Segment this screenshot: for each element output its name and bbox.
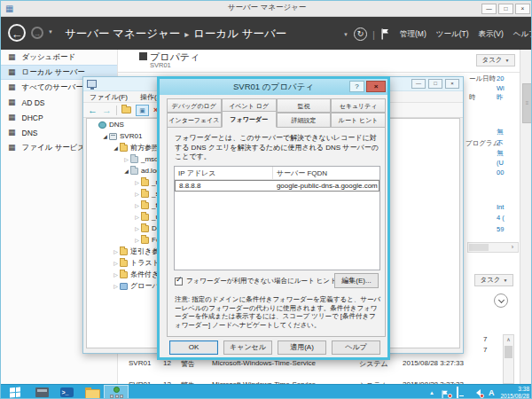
events-collapse-button[interactable] [494,293,508,308]
collapse-icon[interactable]: ◢ [101,133,109,139]
dialog-titlebar: SVR01 のプロパティ ? × [160,79,387,95]
tab-インターフェイス[interactable]: インターフェイス [167,113,222,128]
minimize-button[interactable]: ― [481,4,497,14]
clock-time: 3:38 [518,386,529,392]
window-title: サーバー マネージャー [1,3,532,13]
folder-icon [120,271,128,278]
expand-icon[interactable]: ▷ [112,260,120,266]
properties-fragment: 4 ( [497,214,505,222]
back-button[interactable]: ← [8,24,26,42]
event-cell-id: 12 [163,359,171,367]
taskbar-explorer[interactable] [79,385,104,399]
scrollbar-thumb[interactable]: ≡ [522,83,532,123]
dialog-button[interactable]: ヘルプ [332,340,380,355]
forwarders-table: IP アドレス サーバー FQDN 8.8.8.8 google-public-… [174,166,380,270]
sidebar-item-icon: ▦ [8,68,16,76]
dns-close-button[interactable]: × [445,79,459,89]
close-button[interactable]: × [515,4,530,14]
taskbar-clock[interactable]: 3:382015/08/28 [500,386,529,399]
events-tasks-button[interactable]: タスク▼ [474,274,513,286]
navbar-divider: | [372,29,375,40]
back-arrow-icon[interactable]: ← [88,106,98,115]
event-cell-datetime: 2015/08/28 3:27:33 [403,359,464,367]
column-header-ip[interactable]: IP アドレス [175,167,273,179]
properties-tasks-button[interactable]: タスク▼ [476,54,515,66]
event-row-fragment: 7 [483,346,487,354]
expand-icon[interactable]: ▷ [133,202,141,208]
breadcrumb-current[interactable]: ローカル サーバー [193,27,286,40]
sidebar-item-label: DHCP [22,113,43,122]
expand-icon[interactable]: ▷ [112,248,120,254]
menu-表示[interactable]: 表示(V) [479,29,504,40]
forward-arrow-icon[interactable]: → [102,106,112,115]
menu-ヘルプ[interactable]: ヘルプ(H) [513,29,532,40]
dialog-button[interactable]: キャンセル [223,340,272,355]
tray-expand-icon[interactable]: ▲ [429,390,434,395]
dns-minimize-button[interactable]: ― [411,79,426,89]
tab-ルート ヒント[interactable]: ルート ヒント [331,113,386,128]
dialog-button[interactable]: 適用(A) [278,340,326,355]
menu-管理[interactable]: 管理(M) [400,29,426,40]
collapse-icon[interactable]: ◢ [122,168,130,174]
dns-manager-app-icon [87,80,97,88]
show-console-tree-icon[interactable]: ▣ [136,105,149,116]
properties-fragment: 昨 [497,93,504,102]
expand-icon[interactable]: ▷ [133,191,141,197]
expand-icon[interactable]: ▷ [133,225,141,231]
tab-デバッグのログ[interactable]: デバッグのログ [167,98,222,113]
properties-horizontal-scrollbar[interactable]: › [467,242,519,253]
dns-maximize-button[interactable]: □ [428,79,442,89]
expand-icon[interactable]: ▷ [112,271,120,278]
taskbar-powershell[interactable]: >_ [54,385,79,399]
chevron-down-icon [497,297,504,303]
properties-tile-icon [139,52,147,60]
menu-ツール[interactable]: ツール(T) [436,29,469,40]
folder-icon [120,260,128,267]
tab-セキュリティ[interactable]: セキュリティ [331,98,386,113]
breadcrumb: サーバー マネージャー▸ローカル サーバー [65,27,286,42]
refresh-icon[interactable]: ↻ [354,27,367,41]
ime-indicator[interactable]: A [489,388,495,397]
notifications-flag-icon[interactable] [380,28,389,40]
tab-監視[interactable]: 監視 [277,98,332,113]
event-cell-source: Microsoft-Windows-Time-Service [212,359,316,367]
taskbar-server-manager[interactable] [29,385,54,399]
sidebar-item-icon: ▦ [8,113,16,121]
history-dropdown-icon[interactable]: ▼ [48,29,53,35]
expand-icon[interactable]: ▷ [112,283,120,289]
maximize-button[interactable]: □ [498,4,513,14]
sidebar-item[interactable]: ▦ダッシュボード [1,50,117,65]
action-center-flag-icon[interactable] [441,387,450,397]
main-scrollbar[interactable]: ≡ [520,50,532,384]
forwarder-row[interactable]: 8.8.8.8 google-public-dns-a.google.com [175,180,379,192]
dns-menu-ファイル[interactable]: ファイル(F) [83,92,134,102]
network-icon[interactable] [457,387,466,397]
collapse-icon[interactable]: ◢ [112,145,120,151]
server-manager-navbar: ← → ▼ サーバー マネージャー▸ローカル サーバー ▼ ↻ | 管理(M)ツ… [1,17,532,50]
scope-dropdown-icon[interactable]: ▼ [343,32,348,37]
forward-button[interactable]: → [31,27,43,39]
dialog-close-button[interactable]: × [366,81,386,92]
ok-button[interactable]: OK [169,340,218,355]
expand-icon[interactable]: ▷ [133,214,141,220]
dns-icon [98,121,106,129]
expand-icon[interactable]: ▷ [122,156,130,162]
tab-詳細設定[interactable]: 詳細設定 [277,113,332,128]
scroll-right-icon[interactable]: › [507,243,518,252]
edit-button[interactable]: 編集(E)... [334,273,379,288]
dialog-help-button[interactable]: ? [349,81,364,92]
folder-icon [141,225,149,232]
expand-icon[interactable]: ▷ [133,179,141,185]
properties-fragment: 59 [497,225,504,233]
start-button[interactable] [1,385,29,399]
up-one-level-icon[interactable] [121,106,131,113]
properties-fragment: 無 [497,128,504,137]
expand-icon[interactable]: ▷ [133,237,141,243]
taskbar-dns-manager[interactable] [104,385,129,399]
column-header-fqdn[interactable]: サーバー FQDN [273,167,379,179]
tile-divider [118,72,520,73]
tab-フォワーダー[interactable]: フォワーダー [222,111,277,128]
use-root-hints-checkbox[interactable]: ✓ [175,278,183,286]
breadcrumb-root[interactable]: サーバー マネージャー [65,27,180,40]
volume-icon[interactable] [473,387,482,397]
